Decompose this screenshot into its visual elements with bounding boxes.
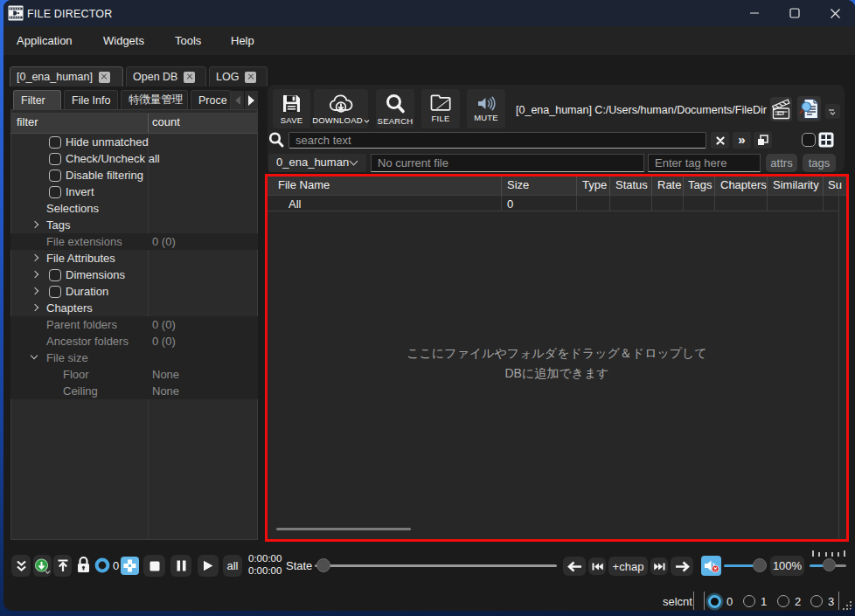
close-tab-icon[interactable]	[184, 72, 195, 83]
tab-scroll-right-button[interactable]	[245, 91, 258, 109]
column-header-tags[interactable]: Tags	[688, 178, 712, 191]
tree-checkbox[interactable]	[49, 286, 61, 298]
tags-button[interactable]: tags	[803, 154, 836, 172]
expand-search-button[interactable]: »	[733, 132, 751, 149]
doc-tab-log[interactable]: LOG	[209, 66, 268, 87]
column-header-status[interactable]: Status	[615, 178, 648, 191]
selcnt-radio-1[interactable]	[743, 595, 755, 607]
tree-row[interactable]: File size	[10, 350, 258, 366]
tree-row[interactable]: Dimensions	[10, 266, 258, 283]
download-queue-button[interactable]	[33, 555, 52, 577]
close-tab-icon[interactable]	[99, 72, 110, 83]
seek-slider-track[interactable]	[315, 564, 557, 567]
grid-view-button[interactable]	[818, 132, 834, 148]
attrs-button[interactable]: attrs	[766, 154, 797, 172]
menu-application[interactable]: Application	[17, 34, 73, 47]
column-divider[interactable]	[767, 176, 768, 195]
resize-grip[interactable]	[841, 601, 853, 611]
column-divider[interactable]	[501, 176, 502, 195]
tree-row[interactable]: Tags	[10, 217, 258, 233]
zoom-percent-button[interactable]: 100%	[770, 556, 804, 576]
maximize-button[interactable]	[775, 0, 814, 26]
lock-icon[interactable]	[76, 556, 91, 574]
tree-row[interactable]: Ancestor folders0 (0)	[10, 333, 258, 350]
tree-row[interactable]: Hide unmatched	[10, 134, 258, 150]
column-divider[interactable]	[576, 176, 577, 195]
collapse-panel-button[interactable]	[11, 555, 31, 577]
popout-window-button[interactable]	[754, 132, 772, 149]
save-button[interactable]: SAVE	[273, 89, 310, 128]
column-header-type[interactable]: Type	[582, 178, 607, 191]
column-divider[interactable]	[651, 176, 652, 195]
tree-checkbox[interactable]	[49, 136, 61, 149]
tree-row[interactable]: Check/Uncheck all	[10, 150, 258, 167]
selcnt-radio-0[interactable]	[708, 595, 721, 608]
column-divider[interactable]	[823, 176, 824, 195]
column-divider[interactable]	[714, 176, 715, 195]
tree-row[interactable]: Disable filtering	[10, 167, 258, 183]
next-file-button[interactable]	[671, 557, 693, 576]
grid-view-checkbox[interactable]	[802, 133, 816, 147]
header-column-divider[interactable]	[148, 114, 149, 133]
table-cell-size[interactable]: 0	[507, 197, 513, 211]
tree-row[interactable]: File Attributes	[10, 250, 258, 266]
menu-help[interactable]: Help	[231, 34, 254, 47]
tree-row[interactable]: Duration	[10, 283, 258, 300]
db-select[interactable]: 0_ena_human	[268, 154, 366, 172]
doc-tab-open-db[interactable]: Open DB	[126, 66, 206, 87]
zoom-slider-track-left[interactable]	[810, 564, 824, 567]
tree-checkbox[interactable]	[49, 269, 61, 281]
pause-button[interactable]	[170, 555, 191, 577]
tree-row[interactable]: Parent folders0 (0)	[10, 316, 258, 333]
column-divider[interactable]	[683, 176, 684, 195]
tree-row[interactable]: Selections	[10, 200, 258, 217]
tree-checkbox[interactable]	[49, 153, 61, 165]
tree-checkbox[interactable]	[49, 186, 61, 198]
status-ring-icon[interactable]	[94, 557, 110, 573]
move-top-button[interactable]	[53, 555, 72, 577]
minimize-button[interactable]	[735, 0, 774, 26]
download-button[interactable]: DOWNLOAD	[314, 89, 368, 128]
skip-forward-button[interactable]	[650, 557, 668, 575]
dpad-button[interactable]	[121, 557, 139, 575]
menu-widgets[interactable]: Widgets	[103, 34, 144, 47]
menu-tools[interactable]: Tools	[175, 34, 201, 47]
prev-file-button[interactable]	[563, 557, 586, 576]
play-button[interactable]	[198, 555, 219, 577]
expanded-chevron-icon[interactable]	[31, 352, 38, 359]
collapsed-chevron-icon[interactable]	[31, 221, 38, 228]
play-all-button[interactable]: all	[223, 555, 242, 577]
close-button[interactable]	[816, 0, 854, 26]
column-header-similarity[interactable]: Similarity	[773, 178, 819, 191]
search-input[interactable]: search text	[288, 132, 706, 149]
mute-button[interactable]: MUTE	[467, 89, 505, 128]
collapsed-chevron-icon[interactable]	[31, 271, 38, 278]
tree-checkbox[interactable]	[49, 170, 61, 182]
column-header-su[interactable]: Su	[828, 178, 842, 191]
tag-input[interactable]: Enter tag here	[648, 154, 761, 172]
column-header-file-name[interactable]: File Name	[278, 178, 330, 191]
column-header-chapters[interactable]: Chapters	[720, 178, 767, 191]
file-button[interactable]: FILE	[421, 89, 460, 128]
clapperboard-button[interactable]	[770, 97, 792, 121]
zoom-slider-track-right[interactable]	[835, 564, 846, 567]
column-divider[interactable]	[609, 176, 610, 195]
search-button[interactable]: SEARCH	[376, 89, 414, 128]
tree-row[interactable]: File extensions0 (0)	[10, 233, 258, 250]
toolbar-extension-button[interactable]	[825, 104, 840, 119]
horizontal-scrollbar[interactable]	[276, 528, 411, 530]
document-preview-button[interactable]	[797, 96, 821, 121]
doc-tab-db[interactable]: [0_ena_human]	[10, 66, 123, 87]
stop-button[interactable]	[143, 555, 165, 577]
seek-slider-handle[interactable]	[316, 558, 330, 572]
tab-process[interactable]: Proce	[191, 90, 231, 109]
volume-mute-button[interactable]	[701, 556, 721, 576]
tree-row[interactable]: FloorNone	[10, 366, 258, 383]
collapsed-chevron-icon[interactable]	[31, 254, 38, 261]
selcnt-radio-3[interactable]	[810, 595, 823, 607]
tree-row[interactable]: Chapters	[10, 300, 258, 316]
column-header-rate[interactable]: Rate	[657, 178, 681, 191]
tab-file-info[interactable]: File Info	[64, 90, 118, 109]
current-file-field[interactable]: No current file	[371, 154, 644, 172]
tab-filter[interactable]: Filter	[13, 90, 61, 109]
